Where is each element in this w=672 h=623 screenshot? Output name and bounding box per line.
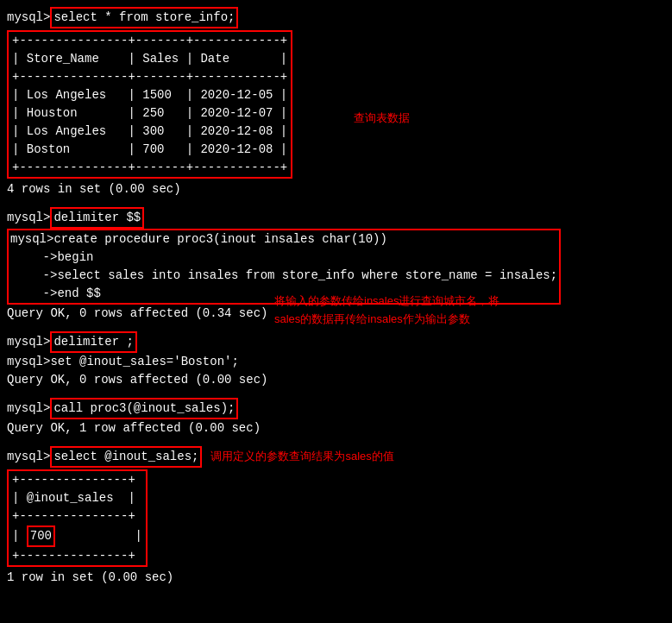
annotation-1: 查询表数据 — [354, 110, 410, 126]
cmd-7: select @inout_sales; — [50, 446, 202, 468]
cmd-line-5: mysql>set @inout_sales='Boston'; — [7, 353, 665, 371]
prompt-4: mysql> — [7, 333, 50, 351]
annotation-3: 调用定义的参数查询结果为sales的值 — [210, 448, 393, 465]
table2-border-top: +---------------+ — [9, 471, 146, 489]
prompt-5: mysql> — [7, 353, 50, 371]
result-table-2: +---------------+ | @inout_sales | +----… — [7, 469, 148, 567]
cmd-5: set @inout_sales='Boston'; — [50, 353, 238, 371]
proc-begin: begin — [57, 249, 93, 267]
table2-row-1: | 700 | — [9, 525, 146, 547]
prompt-7: mysql> — [7, 448, 50, 466]
table-border-bottom: +---------------+-------+------------+ — [9, 159, 291, 177]
prompt-6: mysql> — [7, 400, 50, 418]
cmd-line-6: mysql>call proc3(@inout_sales); — [7, 398, 665, 419]
prompt-proc: mysql> — [10, 230, 53, 249]
cmd-line-4: mysql>delimiter ; — [7, 331, 665, 353]
proc-arrow-2: ->select sales into insales from store_i… — [10, 267, 557, 285]
table-header: | Store_Name | Sales | Date | — [9, 50, 291, 68]
annotation-2a: 将输入的参数传给insales进行查询城市名，将 — [274, 294, 499, 307]
cmd-4: delimiter ; — [50, 331, 136, 353]
table-border-mid: +---------------+-------+------------+ — [9, 68, 291, 86]
arrow-2: -> — [10, 267, 57, 285]
table-row-3: | Los Angeles | 300 | 2020-12-08 | — [9, 123, 291, 141]
result-rows-5: 1 row in set (0.00 sec) — [7, 569, 665, 587]
arrow-3: -> — [10, 285, 57, 303]
table2-border-mid: +---------------+ — [9, 507, 146, 525]
cmd-line-2: mysql>delimiter $$ — [7, 207, 665, 229]
annotation-2b: sales的数据再传给insales作为输出参数 — [274, 312, 470, 325]
prompt-1: mysql> — [7, 9, 50, 27]
result-table-1: +---------------+-------+------------+ |… — [7, 30, 292, 179]
value-700: 700 — [27, 525, 55, 547]
cmd-1: select * from store_info; — [50, 7, 238, 28]
proc-end: end $$ — [57, 285, 100, 303]
proc-arrow-1: ->begin — [10, 249, 557, 267]
prompt-2: mysql> — [7, 209, 50, 227]
terminal: mysql>select * from store_info; +-------… — [7, 7, 665, 587]
table-row-4: | Boston | 700 | 2020-12-08 | — [9, 141, 291, 159]
result-rows-3: Query OK, 0 rows affected (0.00 sec) — [7, 371, 665, 389]
table2-header: | @inout_sales | — [9, 489, 146, 507]
result-rows-4: Query OK, 1 row affected (0.00 sec) — [7, 419, 665, 437]
cmd-2: delimiter $$ — [50, 207, 144, 229]
proc-cmd: create procedure proc3(inout insales cha… — [53, 230, 386, 249]
table-row-1: | Los Angeles | 1500 | 2020-12-05 | — [9, 86, 291, 104]
annotation-2: 将输入的参数传给insales进行查询城市名，将 sales的数据再传给insa… — [274, 293, 499, 329]
table-border-top: +---------------+-------+------------+ — [9, 32, 291, 50]
table-row-2: | Houston | 250 | 2020-12-07 | — [9, 104, 291, 123]
result-rows-1: 4 rows in set (0.00 sec) — [7, 180, 665, 198]
proc-line-1: mysql>create procedure proc3(inout insal… — [10, 230, 557, 249]
cmd-6: call proc3(@inout_sales); — [50, 398, 238, 419]
proc-select: select sales into insales from store_inf… — [57, 267, 557, 285]
cmd-line-1: mysql>select * from store_info; — [7, 7, 665, 28]
arrow-1: -> — [10, 249, 57, 267]
cmd-line-7: mysql>select @inout_sales;调用定义的参数查询结果为sa… — [7, 446, 665, 468]
table2-border-bottom: +---------------+ — [9, 547, 146, 565]
